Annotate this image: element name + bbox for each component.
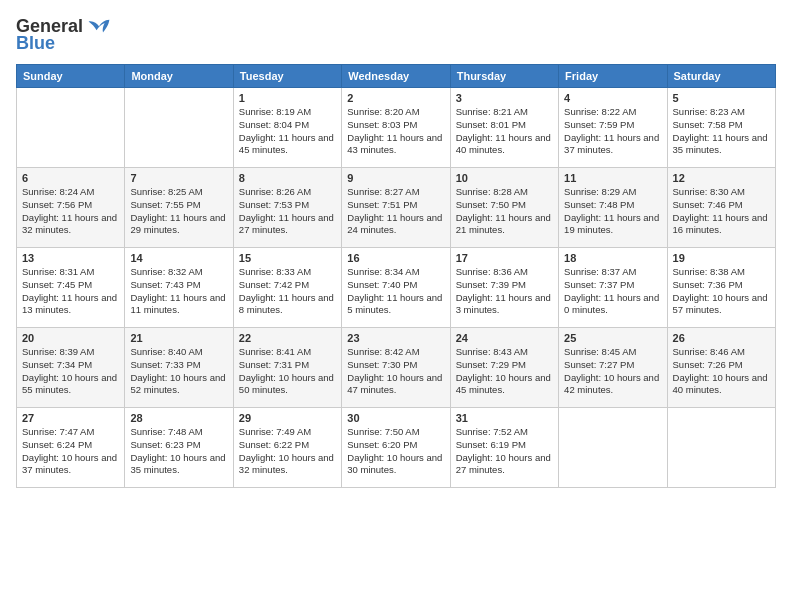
day-number: 28 <box>130 412 227 424</box>
calendar-cell: 10Sunrise: 8:28 AM Sunset: 7:50 PM Dayli… <box>450 168 558 248</box>
calendar-week-row: 1Sunrise: 8:19 AM Sunset: 8:04 PM Daylig… <box>17 88 776 168</box>
calendar-cell: 5Sunrise: 8:23 AM Sunset: 7:58 PM Daylig… <box>667 88 775 168</box>
calendar-cell: 17Sunrise: 8:36 AM Sunset: 7:39 PM Dayli… <box>450 248 558 328</box>
day-info: Sunrise: 8:45 AM Sunset: 7:27 PM Dayligh… <box>564 346 661 397</box>
day-info: Sunrise: 7:50 AM Sunset: 6:20 PM Dayligh… <box>347 426 444 477</box>
day-info: Sunrise: 7:48 AM Sunset: 6:23 PM Dayligh… <box>130 426 227 477</box>
calendar-cell: 11Sunrise: 8:29 AM Sunset: 7:48 PM Dayli… <box>559 168 667 248</box>
calendar-cell: 3Sunrise: 8:21 AM Sunset: 8:01 PM Daylig… <box>450 88 558 168</box>
day-number: 8 <box>239 172 336 184</box>
day-number: 17 <box>456 252 553 264</box>
day-number: 31 <box>456 412 553 424</box>
calendar-cell: 19Sunrise: 8:38 AM Sunset: 7:36 PM Dayli… <box>667 248 775 328</box>
calendar-week-row: 27Sunrise: 7:47 AM Sunset: 6:24 PM Dayli… <box>17 408 776 488</box>
header: General Blue <box>16 16 776 54</box>
logo-bird-icon <box>87 17 111 37</box>
calendar-cell: 20Sunrise: 8:39 AM Sunset: 7:34 PM Dayli… <box>17 328 125 408</box>
day-info: Sunrise: 8:31 AM Sunset: 7:45 PM Dayligh… <box>22 266 119 317</box>
day-info: Sunrise: 7:49 AM Sunset: 6:22 PM Dayligh… <box>239 426 336 477</box>
calendar-cell: 2Sunrise: 8:20 AM Sunset: 8:03 PM Daylig… <box>342 88 450 168</box>
calendar-day-header: Friday <box>559 65 667 88</box>
day-info: Sunrise: 8:41 AM Sunset: 7:31 PM Dayligh… <box>239 346 336 397</box>
calendar-cell: 21Sunrise: 8:40 AM Sunset: 7:33 PM Dayli… <box>125 328 233 408</box>
day-number: 4 <box>564 92 661 104</box>
calendar-cell: 27Sunrise: 7:47 AM Sunset: 6:24 PM Dayli… <box>17 408 125 488</box>
calendar-cell: 6Sunrise: 8:24 AM Sunset: 7:56 PM Daylig… <box>17 168 125 248</box>
day-number: 14 <box>130 252 227 264</box>
day-info: Sunrise: 8:24 AM Sunset: 7:56 PM Dayligh… <box>22 186 119 237</box>
calendar-cell <box>17 88 125 168</box>
day-number: 10 <box>456 172 553 184</box>
day-info: Sunrise: 8:26 AM Sunset: 7:53 PM Dayligh… <box>239 186 336 237</box>
day-info: Sunrise: 8:29 AM Sunset: 7:48 PM Dayligh… <box>564 186 661 237</box>
day-info: Sunrise: 8:23 AM Sunset: 7:58 PM Dayligh… <box>673 106 770 157</box>
calendar-week-row: 6Sunrise: 8:24 AM Sunset: 7:56 PM Daylig… <box>17 168 776 248</box>
calendar-cell: 26Sunrise: 8:46 AM Sunset: 7:26 PM Dayli… <box>667 328 775 408</box>
day-number: 22 <box>239 332 336 344</box>
day-info: Sunrise: 8:46 AM Sunset: 7:26 PM Dayligh… <box>673 346 770 397</box>
calendar-cell: 31Sunrise: 7:52 AM Sunset: 6:19 PM Dayli… <box>450 408 558 488</box>
day-number: 27 <box>22 412 119 424</box>
calendar-cell: 30Sunrise: 7:50 AM Sunset: 6:20 PM Dayli… <box>342 408 450 488</box>
calendar-cell: 25Sunrise: 8:45 AM Sunset: 7:27 PM Dayli… <box>559 328 667 408</box>
calendar-cell: 16Sunrise: 8:34 AM Sunset: 7:40 PM Dayli… <box>342 248 450 328</box>
day-number: 23 <box>347 332 444 344</box>
calendar-cell: 12Sunrise: 8:30 AM Sunset: 7:46 PM Dayli… <box>667 168 775 248</box>
day-info: Sunrise: 8:37 AM Sunset: 7:37 PM Dayligh… <box>564 266 661 317</box>
calendar-week-row: 20Sunrise: 8:39 AM Sunset: 7:34 PM Dayli… <box>17 328 776 408</box>
calendar-cell: 8Sunrise: 8:26 AM Sunset: 7:53 PM Daylig… <box>233 168 341 248</box>
day-info: Sunrise: 8:33 AM Sunset: 7:42 PM Dayligh… <box>239 266 336 317</box>
calendar-day-header: Monday <box>125 65 233 88</box>
day-info: Sunrise: 7:47 AM Sunset: 6:24 PM Dayligh… <box>22 426 119 477</box>
calendar-cell <box>125 88 233 168</box>
day-info: Sunrise: 8:30 AM Sunset: 7:46 PM Dayligh… <box>673 186 770 237</box>
calendar-cell: 18Sunrise: 8:37 AM Sunset: 7:37 PM Dayli… <box>559 248 667 328</box>
day-info: Sunrise: 8:21 AM Sunset: 8:01 PM Dayligh… <box>456 106 553 157</box>
calendar-cell: 1Sunrise: 8:19 AM Sunset: 8:04 PM Daylig… <box>233 88 341 168</box>
day-number: 3 <box>456 92 553 104</box>
calendar-day-header: Tuesday <box>233 65 341 88</box>
day-info: Sunrise: 8:42 AM Sunset: 7:30 PM Dayligh… <box>347 346 444 397</box>
day-info: Sunrise: 8:19 AM Sunset: 8:04 PM Dayligh… <box>239 106 336 157</box>
calendar-cell <box>667 408 775 488</box>
day-info: Sunrise: 8:34 AM Sunset: 7:40 PM Dayligh… <box>347 266 444 317</box>
day-number: 19 <box>673 252 770 264</box>
calendar-cell: 23Sunrise: 8:42 AM Sunset: 7:30 PM Dayli… <box>342 328 450 408</box>
day-number: 29 <box>239 412 336 424</box>
day-number: 20 <box>22 332 119 344</box>
day-number: 21 <box>130 332 227 344</box>
calendar-day-header: Saturday <box>667 65 775 88</box>
day-number: 13 <box>22 252 119 264</box>
calendar-header-row: SundayMondayTuesdayWednesdayThursdayFrid… <box>17 65 776 88</box>
day-info: Sunrise: 8:32 AM Sunset: 7:43 PM Dayligh… <box>130 266 227 317</box>
day-number: 1 <box>239 92 336 104</box>
calendar-day-header: Sunday <box>17 65 125 88</box>
calendar-week-row: 13Sunrise: 8:31 AM Sunset: 7:45 PM Dayli… <box>17 248 776 328</box>
day-info: Sunrise: 8:39 AM Sunset: 7:34 PM Dayligh… <box>22 346 119 397</box>
day-info: Sunrise: 8:20 AM Sunset: 8:03 PM Dayligh… <box>347 106 444 157</box>
calendar-day-header: Thursday <box>450 65 558 88</box>
calendar-cell: 24Sunrise: 8:43 AM Sunset: 7:29 PM Dayli… <box>450 328 558 408</box>
day-number: 26 <box>673 332 770 344</box>
day-number: 5 <box>673 92 770 104</box>
logo-blue-text: Blue <box>16 33 55 54</box>
day-info: Sunrise: 8:28 AM Sunset: 7:50 PM Dayligh… <box>456 186 553 237</box>
day-number: 6 <box>22 172 119 184</box>
calendar-cell: 14Sunrise: 8:32 AM Sunset: 7:43 PM Dayli… <box>125 248 233 328</box>
day-info: Sunrise: 8:36 AM Sunset: 7:39 PM Dayligh… <box>456 266 553 317</box>
day-number: 9 <box>347 172 444 184</box>
calendar-cell: 29Sunrise: 7:49 AM Sunset: 6:22 PM Dayli… <box>233 408 341 488</box>
day-number: 15 <box>239 252 336 264</box>
calendar-cell: 13Sunrise: 8:31 AM Sunset: 7:45 PM Dayli… <box>17 248 125 328</box>
main-container: General Blue SundayMondayTuesdayWednesda… <box>0 0 792 498</box>
day-number: 7 <box>130 172 227 184</box>
day-info: Sunrise: 8:27 AM Sunset: 7:51 PM Dayligh… <box>347 186 444 237</box>
calendar-cell: 28Sunrise: 7:48 AM Sunset: 6:23 PM Dayli… <box>125 408 233 488</box>
day-info: Sunrise: 8:22 AM Sunset: 7:59 PM Dayligh… <box>564 106 661 157</box>
logo: General Blue <box>16 16 111 54</box>
day-info: Sunrise: 8:25 AM Sunset: 7:55 PM Dayligh… <box>130 186 227 237</box>
calendar-cell: 15Sunrise: 8:33 AM Sunset: 7:42 PM Dayli… <box>233 248 341 328</box>
day-number: 2 <box>347 92 444 104</box>
calendar-cell: 7Sunrise: 8:25 AM Sunset: 7:55 PM Daylig… <box>125 168 233 248</box>
calendar-cell <box>559 408 667 488</box>
